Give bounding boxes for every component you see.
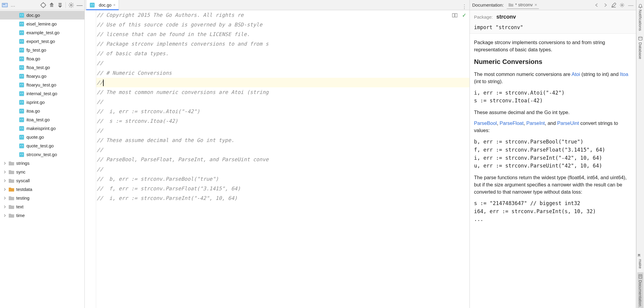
strip-make[interactable]: M make [637,251,643,270]
tree-file[interactable]: fp_test.go [0,46,84,54]
expand-all-icon[interactable] [49,2,55,8]
strip-database[interactable]: Database [637,35,643,61]
code-line[interactable]: // of basic data types. [96,49,469,58]
tree-file[interactable]: quote.go [0,133,84,141]
code-line[interactable]: // [96,58,469,68]
tree-folder[interactable]: text [0,202,84,211]
tree-file[interactable]: makeisprint.go [0,124,84,133]
svg-point-21 [20,49,21,50]
chevron-right-icon[interactable] [2,204,7,209]
code-line[interactable]: // # Numeric Conversions [96,68,469,78]
code-line[interactable]: // i, err := strconv.ParseInt("-42", 10,… [96,193,469,203]
close-icon[interactable]: × [534,2,537,7]
forward-icon[interactable] [603,3,608,7]
close-icon[interactable]: × [113,3,116,7]
strip-notifications[interactable]: Notifications [637,2,643,33]
code-area[interactable]: // Copyright 2015 The Go Authors. All ri… [96,10,469,308]
ok-checkmark-icon[interactable]: ✓ [462,12,466,19]
minimize-icon[interactable]: — [77,2,83,8]
edit-icon[interactable] [611,3,616,8]
link-itoa[interactable]: Itoa [620,71,628,77]
tree-file[interactable]: ftoa.go [0,54,84,63]
code-line[interactable]: // [96,126,469,135]
back-icon[interactable] [594,3,599,7]
tree-file[interactable]: isprint.go [0,98,84,107]
tree-file[interactable]: export_test.go [0,37,84,46]
code-line[interactable]: // Copyright 2015 The Go Authors. All ri… [96,10,469,20]
reader-mode-icon[interactable] [452,13,458,18]
svg-rect-53 [19,143,24,148]
svg-point-43 [22,110,23,111]
svg-point-30 [20,75,21,76]
tree-file[interactable]: itoa_test.go [0,115,84,124]
project-tree[interactable]: doc.goeisel_lemire.goexample_test.goexpo… [0,10,84,308]
code-line[interactable]: // i, err := strconv.Atoi("-42") [96,107,469,116]
tree-file[interactable]: example_test.go [0,28,84,37]
code-line[interactable]: // s := strconv.Itoa(-42) [96,116,469,126]
tree-file[interactable]: ftoa_test.go [0,63,84,72]
code-line[interactable]: // [96,97,469,107]
strip-documentation[interactable]: Documentation [637,272,643,308]
code-line[interactable]: // Package strconv implements conversion… [96,39,469,49]
code-line[interactable]: // ParseBool, ParseFloat, ParseInt, and … [96,155,469,164]
tree-file[interactable]: ftoaryu_test.go [0,80,84,89]
editor-tab-doc-go[interactable]: doc.go × [86,0,119,10]
tree-file[interactable]: internal_test.go [0,89,84,98]
svg-rect-14 [19,30,24,35]
chevron-right-icon[interactable] [2,187,7,192]
tree-folder[interactable]: syscall [0,176,84,185]
code-line[interactable]: // license that can be found in the LICE… [96,29,469,39]
tree-folder[interactable]: testdata [0,185,84,194]
link-parsebool[interactable]: ParseBool [474,120,497,126]
tree-file[interactable]: ftoaryu.go [0,72,84,80]
folder-icon [8,160,14,166]
tabs-more-icon[interactable]: ⋮ [462,3,467,10]
minimize-icon[interactable]: — [628,4,633,6]
code-line[interactable]: // f, err := strconv.ParseFloat("3.1415"… [96,184,469,193]
tree-file[interactable]: strconv_test.go [0,150,84,159]
chevron-right-icon[interactable] [2,170,7,174]
code-line[interactable]: // Use of this source code is governed b… [96,20,469,29]
svg-point-18 [20,41,21,41]
doc-paragraph: These assume decimal and the Go int type… [474,109,632,116]
link-atoi[interactable]: Atoi [572,71,580,77]
code-line[interactable]: // [96,78,469,87]
link-parseint[interactable]: ParseInt [526,120,545,126]
link-parsefloat[interactable]: ParseFloat [500,120,524,126]
tree-folder-label: testdata [16,187,32,192]
code-line[interactable]: // The most common numeric conversions a… [96,87,469,97]
editor-body[interactable]: // Copyright 2015 The Go Authors. All ri… [85,10,469,308]
collapse-all-icon[interactable] [57,2,63,8]
chevron-right-icon[interactable] [2,161,7,166]
code-line[interactable]: // These assume decimal and the Go int t… [96,135,469,145]
link-parseuint[interactable]: ParseUint [557,120,579,126]
doc-tab[interactable]: * strconv × [507,1,539,9]
tree-folder[interactable]: time [0,211,84,220]
chevron-right-icon[interactable] [2,196,7,201]
folder-icon [8,204,14,210]
tree-file[interactable]: eisel_lemire.go [0,20,84,28]
code-line[interactable]: // [96,145,469,155]
target-icon[interactable] [40,2,46,8]
go-file-icon [19,125,25,131]
tree-file[interactable]: quote_test.go [0,141,84,150]
tree-file[interactable]: itoa.go [0,107,84,115]
code-line[interactable]: // [96,165,469,174]
gear-icon[interactable] [620,3,624,8]
code-line[interactable]: // b, err := strconv.ParseBool("true") [96,174,469,184]
chevron-right-icon[interactable] [2,178,7,183]
svg-point-24 [20,58,21,59]
folder-icon [509,3,513,7]
tree-folder[interactable]: strings [0,159,84,168]
tree-file[interactable]: doc.go [0,11,84,20]
ellipsis-icon[interactable]: … [10,2,16,8]
tree-folder[interactable]: sync [0,168,84,176]
gear-icon[interactable] [68,2,74,8]
select-opened-file-icon[interactable] [2,2,8,8]
chevron-right-icon[interactable] [2,213,7,218]
doc-body[interactable]: Package strconv implements conversions t… [470,34,636,308]
go-file-icon [19,117,25,123]
tree-folder-label: time [16,213,25,218]
tree-folder[interactable]: testing [0,194,84,202]
tree-file-label: ftoa.go [26,56,40,61]
